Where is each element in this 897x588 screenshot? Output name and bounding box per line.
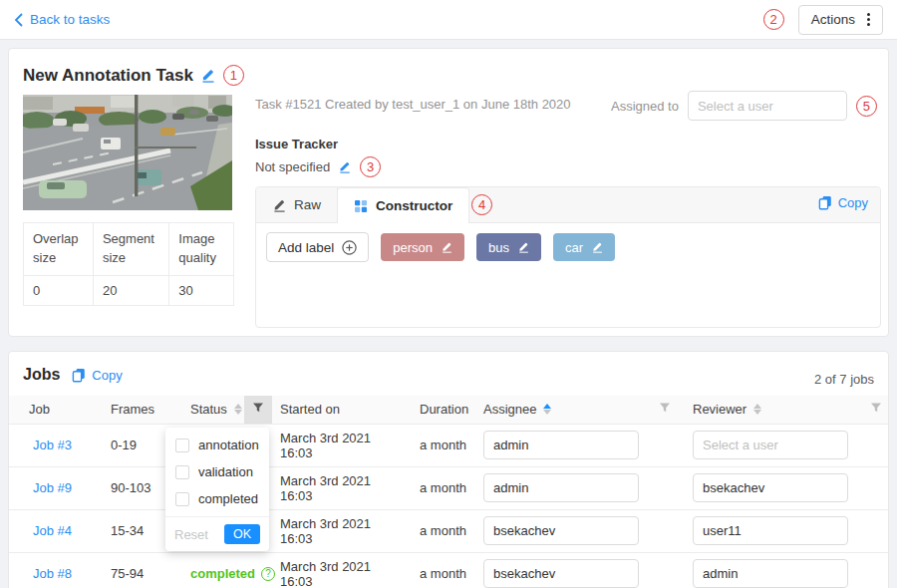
job-row-2: Job #9 90-103 March 3rd 2021 16:03 a mon… <box>9 466 888 509</box>
job-link[interactable]: Job #4 <box>17 523 72 538</box>
column-reviewer-label: Reviewer <box>693 402 747 417</box>
task-params-table: Overlap size Segment size Image quality … <box>23 222 234 306</box>
constructor-blocks-icon <box>354 199 368 213</box>
task-assignee-input[interactable] <box>688 91 847 121</box>
callout-1: 1 <box>223 65 244 86</box>
filter-reset-button[interactable]: Reset <box>174 527 208 542</box>
param-value-segment: 20 <box>93 275 168 305</box>
tab-constructor[interactable]: Constructor <box>338 187 469 223</box>
started-cell: March 3rd 2021 16:03 <box>272 552 412 588</box>
duration-cell: a month <box>412 552 475 588</box>
plus-circle-icon <box>342 240 357 255</box>
raw-tab-pencil-icon <box>272 198 286 212</box>
assignee-input[interactable] <box>483 559 639 588</box>
edit-label-bus-icon[interactable] <box>517 241 529 253</box>
status-filter-dropdown: annotation validation completed Reset OK <box>165 428 269 551</box>
param-value-quality: 30 <box>169 275 234 305</box>
checkbox-validation[interactable] <box>175 465 189 479</box>
edit-title-icon[interactable] <box>201 68 215 83</box>
spacer-cell <box>862 424 888 466</box>
issue-tracker-value: Not specified <box>255 159 330 174</box>
column-frames: Frames <box>103 396 182 424</box>
back-chevron-icon <box>14 13 23 27</box>
filter-footer: Reset OK <box>165 516 269 551</box>
filter-option-validation[interactable]: validation <box>165 458 269 485</box>
edit-issue-tracker-icon[interactable] <box>338 160 352 173</box>
status-sorter[interactable] <box>234 404 242 415</box>
param-header-quality: Image quality <box>169 223 234 276</box>
assignee-input[interactable] <box>483 431 639 459</box>
started-cell: March 3rd 2021 16:03 <box>272 424 412 466</box>
copy-jobs-label: Copy <box>92 368 122 383</box>
constructor-tab-label: Constructor <box>376 198 452 213</box>
label-tag-person-name: person <box>393 240 433 255</box>
spacer-cell <box>651 466 685 509</box>
add-label-label: Add label <box>278 240 334 255</box>
job-row-3: Job #4 15-34 March 3rd 2021 16:03 a mont… <box>9 509 888 552</box>
filter-option-validation-label: validation <box>198 464 253 479</box>
param-value-overlap: 0 <box>24 275 94 305</box>
back-to-tasks-link[interactable]: Back to tasks <box>14 12 110 27</box>
job-row-1: Job #3 0-19 March 3rd 2021 16:03 a month <box>9 424 888 466</box>
checkbox-completed[interactable] <box>175 492 189 506</box>
assignee-filter-trigger[interactable] <box>651 396 685 424</box>
spacer-cell <box>651 509 685 552</box>
jobs-count: 2 of 7 jobs <box>814 372 874 387</box>
copy-labels-button[interactable]: Copy <box>818 195 868 210</box>
reviewer-sorter[interactable] <box>753 404 761 415</box>
status-completed-label: completed <box>190 566 255 581</box>
filter-option-annotation[interactable]: annotation <box>165 432 269 458</box>
assigned-to-label: Assigned to <box>611 99 679 114</box>
labels-tabbar: Raw Constructor 4 Copy <box>256 187 880 223</box>
jobs-table-header-row: Job Frames Status Started on Duration <box>9 396 888 424</box>
param-header-overlap: Overlap size <box>24 223 94 276</box>
duration-cell: a month <box>412 466 475 509</box>
actions-button[interactable]: Actions <box>798 5 883 35</box>
label-tag-car[interactable]: car <box>553 233 615 261</box>
column-assignee-label: Assignee <box>483 402 536 417</box>
label-tag-car-name: car <box>565 240 583 255</box>
param-header-segment: Segment size <box>93 223 168 276</box>
raw-tab-label: Raw <box>294 197 321 212</box>
reviewer-input[interactable] <box>693 559 848 588</box>
job-link[interactable]: Job #8 <box>17 566 72 581</box>
assignee-input[interactable] <box>483 473 639 502</box>
status-help-icon[interactable]: ? <box>261 567 275 581</box>
reviewer-input[interactable] <box>693 431 848 459</box>
filter-option-completed[interactable]: completed <box>165 485 269 512</box>
edit-label-car-icon[interactable] <box>591 241 603 253</box>
reviewer-input[interactable] <box>693 516 848 545</box>
jobs-table: Job Frames Status Started on Duration <box>9 396 888 588</box>
assigned-to-group: Assigned to 5 <box>611 91 877 121</box>
task-meta-line: Task #1521 Created by test_user_1 on Jun… <box>255 97 571 112</box>
assignee-input[interactable] <box>483 516 639 545</box>
label-tag-person[interactable]: person <box>381 233 464 261</box>
column-status-label: Status <box>190 402 227 417</box>
spacer-cell <box>651 552 685 588</box>
copy-icon <box>72 368 86 383</box>
spacer-cell <box>651 424 685 466</box>
edit-label-person-icon[interactable] <box>441 241 452 253</box>
jobs-title: Jobs <box>23 366 60 384</box>
reviewer-filter-trigger[interactable] <box>862 396 888 424</box>
frames-cell: 75-94 <box>103 552 182 588</box>
job-row-4: Job #8 75-94 completed ? March 3rd 2021 … <box>9 552 888 588</box>
job-link[interactable]: Job #3 <box>17 438 72 452</box>
label-tag-bus[interactable]: bus <box>476 233 541 261</box>
checkbox-annotation[interactable] <box>175 439 189 452</box>
duration-cell: a month <box>412 509 475 552</box>
status-filter-trigger[interactable] <box>244 396 272 424</box>
funnel-icon <box>659 402 671 417</box>
started-cell: March 3rd 2021 16:03 <box>272 509 412 552</box>
filter-ok-button[interactable]: OK <box>224 524 260 544</box>
assignee-sorter-active[interactable] <box>543 404 551 415</box>
callout-2: 2 <box>763 9 784 30</box>
tab-raw[interactable]: Raw <box>256 187 338 222</box>
filter-option-annotation-label: annotation <box>198 438 259 452</box>
duration-cell: a month <box>412 424 475 466</box>
add-label-button[interactable]: Add label <box>266 232 369 262</box>
job-link[interactable]: Job #9 <box>17 480 72 495</box>
copy-jobs-button[interactable]: Copy <box>72 368 122 383</box>
column-started: Started on <box>272 396 412 424</box>
reviewer-input[interactable] <box>693 473 848 502</box>
